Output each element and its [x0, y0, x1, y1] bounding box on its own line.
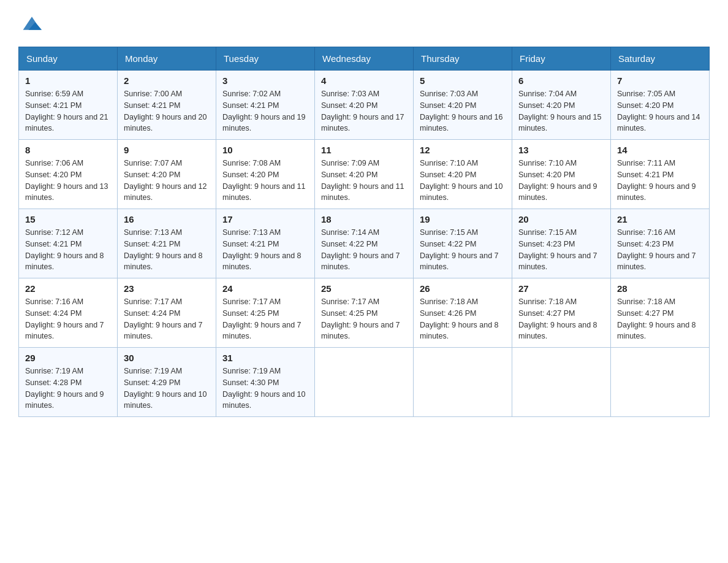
daylight-label: Daylight: 9 hours and 11 minutes. — [222, 182, 306, 202]
calendar-cell: 31 Sunrise: 7:19 AM Sunset: 4:30 PM Dayl… — [216, 348, 315, 417]
calendar-cell: 17 Sunrise: 7:13 AM Sunset: 4:21 PM Dayl… — [216, 209, 315, 278]
calendar-cell: 28 Sunrise: 7:18 AM Sunset: 4:27 PM Dayl… — [611, 278, 710, 348]
sunrise-label: Sunrise: 7:10 AM — [420, 159, 478, 167]
daylight-label: Daylight: 9 hours and 13 minutes. — [25, 182, 108, 202]
day-number: 26 — [420, 283, 506, 294]
day-info: Sunrise: 7:08 AM Sunset: 4:20 PM Dayligh… — [222, 158, 308, 204]
calendar-cell: 2 Sunrise: 7:00 AM Sunset: 4:21 PM Dayli… — [118, 71, 216, 140]
day-number: 27 — [518, 283, 604, 294]
sunset-label: Sunset: 4:27 PM — [518, 309, 575, 318]
daylight-label: Daylight: 9 hours and 8 minutes. — [25, 251, 104, 272]
sunrise-label: Sunrise: 7:14 AM — [321, 228, 379, 237]
day-number: 28 — [617, 283, 703, 294]
day-number: 21 — [617, 214, 703, 224]
day-info: Sunrise: 7:04 AM Sunset: 4:20 PM Dayligh… — [518, 88, 604, 134]
day-number: 7 — [617, 75, 703, 86]
day-number: 11 — [321, 145, 407, 155]
sunrise-label: Sunrise: 7:11 AM — [617, 159, 675, 167]
weekday-row: SundayMondayTuesdayWednesdayThursdayFrid… — [19, 47, 710, 71]
day-info: Sunrise: 7:11 AM Sunset: 4:21 PM Dayligh… — [617, 158, 703, 204]
calendar-cell: 9 Sunrise: 7:07 AM Sunset: 4:20 PM Dayli… — [118, 140, 216, 209]
calendar-cell: 22 Sunrise: 7:16 AM Sunset: 4:24 PM Dayl… — [19, 278, 118, 348]
sunset-label: Sunset: 4:20 PM — [124, 170, 180, 179]
day-number: 9 — [124, 145, 210, 155]
sunrise-label: Sunrise: 7:03 AM — [420, 90, 478, 98]
daylight-label: Daylight: 9 hours and 17 minutes. — [321, 113, 404, 133]
calendar-cell: 15 Sunrise: 7:12 AM Sunset: 4:21 PM Dayl… — [19, 209, 118, 278]
day-number: 24 — [222, 283, 308, 294]
calendar-week-row: 22 Sunrise: 7:16 AM Sunset: 4:24 PM Dayl… — [19, 278, 710, 348]
sunset-label: Sunset: 4:28 PM — [25, 378, 82, 387]
sunrise-label: Sunrise: 7:18 AM — [617, 297, 675, 306]
sunrise-label: Sunrise: 6:59 AM — [25, 90, 83, 98]
logo — [18, 12, 43, 34]
calendar-cell: 23 Sunrise: 7:17 AM Sunset: 4:24 PM Dayl… — [118, 278, 216, 348]
sunrise-label: Sunrise: 7:19 AM — [25, 367, 83, 375]
weekday-header-thursday: Thursday — [414, 47, 512, 71]
sunset-label: Sunset: 4:21 PM — [124, 240, 180, 248]
sunrise-label: Sunrise: 7:18 AM — [420, 297, 478, 306]
sunset-label: Sunset: 4:25 PM — [222, 309, 279, 318]
day-number: 16 — [124, 214, 210, 224]
sunset-label: Sunset: 4:24 PM — [25, 309, 82, 318]
sunset-label: Sunset: 4:22 PM — [420, 240, 476, 248]
daylight-label: Daylight: 9 hours and 19 minutes. — [222, 113, 306, 133]
calendar-cell: 11 Sunrise: 7:09 AM Sunset: 4:20 PM Dayl… — [315, 140, 414, 209]
sunrise-label: Sunrise: 7:10 AM — [518, 159, 577, 167]
weekday-header-monday: Monday — [118, 47, 216, 71]
day-info: Sunrise: 7:07 AM Sunset: 4:20 PM Dayligh… — [124, 158, 210, 204]
calendar-week-row: 8 Sunrise: 7:06 AM Sunset: 4:20 PM Dayli… — [19, 140, 710, 209]
calendar-cell: 7 Sunrise: 7:05 AM Sunset: 4:20 PM Dayli… — [611, 71, 710, 140]
calendar-cell: 4 Sunrise: 7:03 AM Sunset: 4:20 PM Dayli… — [315, 71, 414, 140]
day-number: 25 — [321, 283, 407, 294]
sunrise-label: Sunrise: 7:08 AM — [222, 159, 281, 167]
daylight-label: Daylight: 9 hours and 15 minutes. — [518, 113, 602, 133]
day-number: 29 — [25, 353, 111, 363]
calendar-cell — [414, 348, 512, 417]
day-number: 17 — [222, 214, 308, 224]
sunset-label: Sunset: 4:20 PM — [420, 101, 476, 110]
weekday-header-sunday: Sunday — [19, 47, 118, 71]
calendar-cell: 10 Sunrise: 7:08 AM Sunset: 4:20 PM Dayl… — [216, 140, 315, 209]
daylight-label: Daylight: 9 hours and 8 minutes. — [124, 251, 203, 272]
calendar-cell — [611, 348, 710, 417]
calendar-cell: 6 Sunrise: 7:04 AM Sunset: 4:20 PM Dayli… — [512, 71, 611, 140]
day-number: 19 — [420, 214, 506, 224]
sunset-label: Sunset: 4:30 PM — [222, 378, 279, 387]
calendar-cell: 12 Sunrise: 7:10 AM Sunset: 4:20 PM Dayl… — [414, 140, 512, 209]
sunset-label: Sunset: 4:24 PM — [124, 309, 180, 318]
sunset-label: Sunset: 4:23 PM — [617, 240, 673, 248]
sunrise-label: Sunrise: 7:09 AM — [321, 159, 379, 167]
day-info: Sunrise: 7:06 AM Sunset: 4:20 PM Dayligh… — [25, 158, 111, 204]
calendar-cell: 8 Sunrise: 7:06 AM Sunset: 4:20 PM Dayli… — [19, 140, 118, 209]
day-info: Sunrise: 7:16 AM Sunset: 4:23 PM Dayligh… — [617, 227, 703, 273]
daylight-label: Daylight: 9 hours and 7 minutes. — [222, 321, 301, 341]
calendar-cell — [512, 348, 611, 417]
day-info: Sunrise: 7:02 AM Sunset: 4:21 PM Dayligh… — [222, 88, 308, 134]
sunset-label: Sunset: 4:21 PM — [25, 240, 82, 248]
calendar-cell: 18 Sunrise: 7:14 AM Sunset: 4:22 PM Dayl… — [315, 209, 414, 278]
calendar-cell: 24 Sunrise: 7:17 AM Sunset: 4:25 PM Dayl… — [216, 278, 315, 348]
sunset-label: Sunset: 4:23 PM — [518, 240, 575, 248]
sunrise-label: Sunrise: 7:03 AM — [321, 90, 379, 98]
daylight-label: Daylight: 9 hours and 16 minutes. — [420, 113, 503, 133]
calendar-cell: 16 Sunrise: 7:13 AM Sunset: 4:21 PM Dayl… — [118, 209, 216, 278]
day-number: 22 — [25, 283, 111, 294]
sunset-label: Sunset: 4:22 PM — [321, 240, 377, 248]
sunset-label: Sunset: 4:25 PM — [321, 309, 377, 318]
sunrise-label: Sunrise: 7:16 AM — [617, 228, 675, 237]
calendar-cell — [315, 348, 414, 417]
daylight-label: Daylight: 9 hours and 8 minutes. — [222, 251, 301, 272]
calendar-cell: 13 Sunrise: 7:10 AM Sunset: 4:20 PM Dayl… — [512, 140, 611, 209]
daylight-label: Daylight: 9 hours and 11 minutes. — [321, 182, 404, 202]
sunset-label: Sunset: 4:21 PM — [124, 101, 180, 110]
calendar-body: 1 Sunrise: 6:59 AM Sunset: 4:21 PM Dayli… — [19, 71, 710, 417]
day-number: 20 — [518, 214, 604, 224]
daylight-label: Daylight: 9 hours and 10 minutes. — [420, 182, 503, 202]
day-number: 13 — [518, 145, 604, 155]
daylight-label: Daylight: 9 hours and 7 minutes. — [321, 321, 400, 341]
calendar-cell: 5 Sunrise: 7:03 AM Sunset: 4:20 PM Dayli… — [414, 71, 512, 140]
sunrise-label: Sunrise: 7:19 AM — [124, 367, 182, 375]
day-info: Sunrise: 7:18 AM Sunset: 4:27 PM Dayligh… — [518, 296, 604, 342]
day-info: Sunrise: 7:14 AM Sunset: 4:22 PM Dayligh… — [321, 227, 407, 273]
